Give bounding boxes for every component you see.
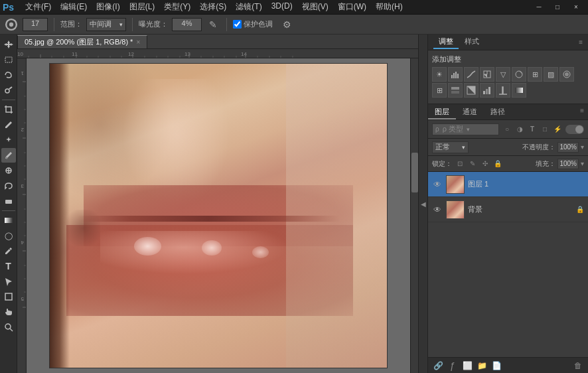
minimize-button[interactable]: ─ — [530, 0, 548, 15]
text-tool[interactable]: T — [1, 259, 16, 273]
crop-tool[interactable] — [1, 102, 16, 117]
brush-tool[interactable] — [1, 148, 16, 163]
tab-close-button[interactable]: × — [136, 38, 140, 46]
exposure-input[interactable]: 4% — [172, 18, 202, 31]
menu-3d[interactable]: 3D(D) — [267, 0, 297, 14]
colorbalance-adj-icon[interactable]: ⊞ — [528, 67, 542, 82]
protect-checkbox-label[interactable]: 保护色调 — [233, 19, 273, 29]
lock-transparent-icon[interactable]: ⊡ — [455, 159, 465, 169]
lock-move-icon[interactable]: ✣ — [480, 159, 490, 169]
healing-tool[interactable] — [1, 133, 16, 147]
menu-help[interactable]: 帮助(H) — [372, 0, 407, 14]
filter-toggle-switch[interactable] — [565, 125, 584, 134]
hand-tool[interactable] — [1, 305, 16, 319]
path-selection-tool[interactable] — [1, 274, 16, 289]
eyedropper-tool[interactable] — [1, 117, 16, 132]
lock-all-icon[interactable]: 🔒 — [492, 159, 503, 169]
airbrush-icon[interactable]: ✎ — [206, 17, 220, 32]
filter-adjust-icon[interactable]: ◑ — [514, 124, 525, 135]
filter-pixel-icon[interactable]: ○ — [502, 124, 512, 135]
blend-mode-dropdown[interactable]: 正常 — [432, 141, 469, 153]
document-tab[interactable]: 05.jpg @ 200% (图层 1, RGB/8) * × — [17, 35, 147, 48]
brush-preset-icon[interactable] — [4, 17, 19, 32]
colormatch-adj-icon[interactable] — [448, 83, 463, 98]
dodge-tool[interactable]: ◯ — [1, 228, 16, 243]
panel-options-button[interactable]: ≡ — [579, 38, 583, 46]
clone-stamp-tool[interactable] — [1, 163, 16, 178]
brightness-adj-icon[interactable]: ☀ — [432, 67, 447, 82]
threshold-adj-icon[interactable] — [496, 83, 510, 98]
photofilter-adj-icon[interactable] — [559, 67, 574, 82]
posterize-adj-icon[interactable] — [480, 83, 494, 98]
range-dropdown[interactable]: 中间调 — [86, 18, 126, 31]
tab-styles[interactable]: 样式 — [459, 35, 484, 49]
curves-adj-icon[interactable] — [464, 67, 478, 82]
link-layers-icon[interactable]: 🔗 — [432, 360, 444, 372]
canvas-scroll[interactable] — [27, 58, 410, 373]
scrollbar-thumb-vertical[interactable] — [411, 153, 418, 192]
quick-select-tool[interactable] — [1, 83, 16, 98]
invert-adj-icon[interactable] — [464, 83, 478, 98]
move-tool[interactable] — [1, 37, 16, 52]
add-style-icon[interactable]: ƒ — [447, 360, 459, 372]
vertical-scrollbar[interactable] — [410, 58, 418, 373]
menu-file[interactable]: 文件(F) — [21, 0, 55, 14]
delete-layer-icon[interactable]: 🗑 — [572, 360, 584, 372]
menu-filter[interactable]: 滤镜(T) — [232, 0, 265, 14]
brush-size-input[interactable]: 17 — [23, 18, 48, 31]
opacity-arrow[interactable]: ▾ — [581, 143, 584, 151]
gradient-map-adj-icon[interactable] — [512, 83, 526, 98]
exposure-adj-icon[interactable] — [480, 67, 494, 82]
close-button[interactable]: × — [567, 0, 585, 15]
filter-text-icon[interactable]: T — [527, 124, 538, 135]
filter-smart-icon[interactable]: ⚡ — [552, 124, 563, 135]
opacity-value[interactable]: 100% — [557, 142, 579, 153]
svg-rect-3 — [5, 57, 12, 62]
zoom-tool[interactable] — [1, 320, 16, 335]
menu-layer[interactable]: 图层(L) — [125, 0, 159, 14]
pen-tool[interactable] — [1, 244, 16, 258]
gradient-tool[interactable] — [1, 213, 16, 228]
bw-adj-icon[interactable]: ▨ — [544, 67, 558, 82]
layer-eye-layer1[interactable]: 👁 — [432, 179, 443, 190]
filter-toggle[interactable] — [565, 125, 584, 134]
lock-paint-icon[interactable]: ✎ — [467, 159, 478, 169]
menu-select[interactable]: 选择(S) — [196, 0, 230, 14]
new-group-icon[interactable]: 📁 — [476, 360, 488, 372]
layer-item-background[interactable]: 👁 背景 🔒 — [428, 197, 588, 222]
menu-type[interactable]: 类型(Y) — [160, 0, 194, 14]
fill-value[interactable]: 100% — [557, 159, 579, 169]
tab-adjustments[interactable]: 调整 — [433, 35, 459, 49]
add-mask-icon[interactable]: ⬜ — [461, 360, 473, 372]
tab-channels[interactable]: 通道 — [456, 104, 484, 119]
natural-sat-adj-icon[interactable]: ▽ — [496, 67, 510, 82]
document-canvas[interactable] — [49, 63, 388, 368]
menu-window[interactable]: 窗口(W) — [334, 0, 370, 14]
new-layer-icon[interactable]: 📄 — [490, 360, 502, 372]
svg-rect-70 — [455, 72, 457, 78]
menu-view[interactable]: 视图(V) — [298, 0, 332, 14]
menu-image[interactable]: 图像(I) — [92, 0, 123, 14]
shape-tool[interactable] — [1, 289, 16, 304]
search-type-label: ρ 类型 — [443, 124, 463, 134]
tab-paths[interactable]: 路径 — [484, 104, 512, 119]
lasso-tool[interactable] — [1, 68, 16, 82]
fill-arrow[interactable]: ▾ — [581, 160, 584, 167]
maximize-button[interactable]: □ — [548, 0, 567, 15]
layers-panel-options[interactable]: ≡ — [576, 104, 588, 119]
menu-edit[interactable]: 编辑(E) — [56, 0, 91, 14]
hue-sat-adj-icon[interactable] — [512, 67, 526, 82]
layers-search[interactable]: ρ ρ 类型 ▾ — [432, 123, 499, 135]
settings-icon[interactable]: ⚙ — [279, 17, 294, 32]
history-brush-tool[interactable] — [1, 179, 16, 193]
layer-item-layer1[interactable]: 👁 图层 1 — [428, 172, 588, 197]
marquee-tool[interactable] — [1, 52, 16, 67]
filter-shape-icon[interactable]: □ — [540, 124, 550, 135]
panel-collapse-button[interactable]: ◀ — [418, 35, 427, 373]
channelmix-adj-icon[interactable]: ⊞ — [432, 83, 447, 98]
tab-layers[interactable]: 图层 — [428, 104, 456, 119]
layer-eye-background[interactable]: 👁 — [432, 204, 443, 215]
protect-checkbox[interactable] — [233, 20, 242, 29]
eraser-tool[interactable] — [1, 194, 16, 208]
levels-adj-icon[interactable] — [448, 67, 463, 82]
